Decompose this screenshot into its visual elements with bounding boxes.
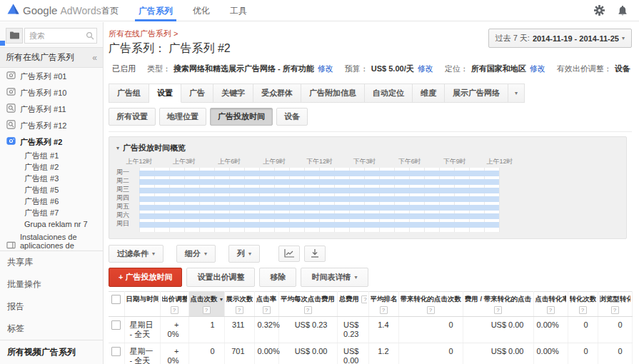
help-icon[interactable]: ?	[494, 306, 502, 314]
schedule-details-button[interactable]: 时间表详情▾	[301, 268, 368, 287]
sidebar-item-bulk-operations[interactable]: 批量操作	[0, 273, 103, 295]
view-chart-button[interactable]	[278, 246, 300, 262]
cell-bid-adjustment: + 0%	[160, 317, 188, 343]
adwords-logo[interactable]: Google AdWords	[7, 4, 87, 17]
bell-icon[interactable]	[618, 5, 628, 16]
columns-button[interactable]: 列▾	[228, 245, 260, 263]
col-header-cost[interactable]: 总费用?	[337, 292, 368, 317]
tab-keywords[interactable]: 关键字	[213, 84, 253, 103]
tab-settings[interactable]: 设置	[149, 84, 181, 103]
select-all-checkbox[interactable]	[111, 295, 121, 304]
sidebar-item-reports[interactable]: 报告	[0, 295, 103, 318]
nav-item-optimize[interactable]: 优化	[183, 0, 220, 21]
help-icon[interactable]: ?	[611, 306, 619, 314]
subtab-all-settings[interactable]: 所有设置	[109, 108, 156, 126]
main-content: 所有在线广告系列 > 广告系列： 广告系列 #2 过去 7 天: 2014-11…	[104, 22, 639, 364]
column-label-text: 平均每次点击费用	[281, 295, 335, 303]
sidebar-adgroup-item[interactable]: 广告组 #7	[0, 207, 103, 218]
col-header-date-time[interactable]: 日期与时间	[124, 292, 160, 317]
cell-impressions: 701	[224, 343, 254, 364]
tab-more[interactable]: ▾	[508, 84, 525, 103]
sidebar-adgroup-item[interactable]: 广告组 #2	[0, 161, 103, 173]
help-icon[interactable]: ?	[203, 306, 211, 314]
help-icon[interactable]: ?	[547, 306, 555, 314]
sidebar-adgroup-item[interactable]: Grupa reklam nr 7	[0, 218, 103, 230]
help-icon[interactable]: ?	[304, 306, 312, 314]
all-campaigns-header[interactable]: 所有在线广告系列 «	[0, 47, 103, 68]
row-checkbox[interactable]	[111, 347, 121, 356]
breadcrumb[interactable]: 所有在线广告系列 >	[109, 29, 231, 39]
tab-audiences[interactable]: 受众群体	[253, 84, 301, 103]
col-header-conversions[interactable]: 转化次数?	[568, 292, 598, 317]
chevron-down-icon: ▾	[515, 90, 518, 96]
add-ad-schedule-button[interactable]: + 广告投放时间	[109, 268, 182, 287]
help-icon[interactable]: ?	[236, 306, 243, 314]
column-label-text: 总费用	[339, 295, 360, 303]
tab-adgroups[interactable]: 广告组	[109, 84, 149, 103]
sidebar-all-video-campaigns[interactable]: 所有视频广告系列	[0, 340, 103, 364]
help-icon[interactable]: ?	[380, 306, 388, 314]
collapse-panel-icon[interactable]: «	[92, 53, 97, 63]
help-icon[interactable]: ?	[427, 306, 435, 314]
campaign-label: 广告系列 #10	[20, 89, 66, 97]
camera-campaign-icon	[6, 87, 16, 98]
sidebar-marker	[0, 41, 5, 46]
help-icon[interactable]: ?	[171, 306, 178, 314]
col-header-converted-clicks[interactable]: 带来转化的点击次数?	[398, 292, 463, 317]
column-help: ?	[256, 305, 277, 314]
subtab-devices[interactable]: 设备	[276, 108, 308, 126]
subtab-locations[interactable]: 地理位置	[159, 108, 206, 126]
download-button[interactable]	[304, 246, 326, 262]
cell-impressions: 311	[224, 317, 254, 343]
sidebar-item-labels[interactable]: 标签	[0, 318, 103, 340]
tab-ads[interactable]: 广告	[181, 84, 213, 103]
edit-link[interactable]: 修改	[530, 64, 545, 74]
remove-button[interactable]: 移除	[259, 268, 296, 287]
sidebar-campaign-item[interactable]: 广告系列 #11	[0, 101, 103, 117]
help-icon[interactable]: ?	[263, 306, 271, 314]
help-icon[interactable]: ?	[579, 306, 587, 314]
col-header-clicks[interactable]: 点击次数▼?	[188, 292, 224, 317]
sidebar-campaign-item[interactable]: 广告系列 #10	[0, 84, 103, 101]
col-header-impressions[interactable]: 展示次数?	[224, 292, 254, 317]
filter-button[interactable]: 过滤条件▾	[109, 245, 163, 263]
sidebar-campaign-item[interactable]: 广告系列 #2	[0, 133, 103, 150]
tab-display-network[interactable]: 展示广告网络	[445, 84, 508, 103]
row-checkbox[interactable]	[111, 320, 121, 330]
col-header-ctr[interactable]: 点击率?	[254, 292, 278, 317]
col-header-bid-adjustment[interactable]: 出价调整?	[160, 292, 188, 317]
status-item-label: 有效出价调整：	[557, 64, 612, 74]
nav-item-home[interactable]: 首页	[91, 0, 129, 21]
tab-dimensions[interactable]: 维度	[413, 84, 445, 103]
nav-item-campaigns[interactable]: 广告系列	[129, 0, 183, 21]
sidebar-campaign-item[interactable]: 广告系列 #12	[0, 117, 103, 133]
sidebar-campaign-item[interactable]: 广告系列 #01	[0, 68, 103, 84]
set-bid-adjustment-button[interactable]: 设置出价调整	[186, 268, 255, 287]
sidebar-adgroup-item[interactable]: 广告组 #6	[0, 196, 103, 207]
schedule-day-label: 周四	[116, 193, 139, 202]
edit-link[interactable]: 修改	[318, 64, 333, 74]
sidebar-item-shared-library[interactable]: 共享库	[0, 251, 103, 273]
campaign-label: 广告系列 #2	[20, 138, 62, 146]
col-header-avg-position[interactable]: 平均排名?	[368, 292, 398, 317]
segment-button[interactable]: 细分▾	[176, 245, 216, 263]
column-help: ?	[535, 305, 566, 314]
help-icon[interactable]: ?	[361, 295, 367, 303]
sidebar-adgroup-item[interactable]: 广告组 #1	[0, 150, 103, 161]
folder-button[interactable]	[6, 28, 23, 44]
cell-clicks: 0	[188, 343, 224, 364]
date-range-button[interactable]: 过去 7 天: 2014-11-19 - 2014-11-25 ▾	[488, 29, 632, 48]
col-header-view-through-conversions[interactable]: 浏览型转化?	[598, 292, 632, 317]
nav-item-tools[interactable]: 工具	[220, 0, 257, 21]
col-header-cost-per-converted-click[interactable]: 费用 / 带来转化的点击?	[463, 292, 533, 317]
schedule-overview-toggle[interactable]: ▾ 广告投放时间概览	[116, 143, 626, 153]
tab-ad-extensions[interactable]: 广告附加信息	[301, 84, 365, 103]
gear-icon[interactable]	[594, 5, 605, 16]
sidebar-adgroup-item[interactable]: 广告组 #3	[0, 173, 103, 184]
col-header-click-conversion-rate[interactable]: 点击转化率?	[533, 292, 568, 317]
tab-auto-targets[interactable]: 自动定位	[365, 84, 413, 103]
sidebar-adgroup-item[interactable]: 广告组 #5	[0, 184, 103, 196]
subtab-ad-schedule[interactable]: 广告投放时间	[210, 108, 273, 126]
edit-link[interactable]: 修改	[418, 64, 433, 74]
col-header-avg-cpc[interactable]: 平均每次点击费用?	[278, 292, 337, 317]
